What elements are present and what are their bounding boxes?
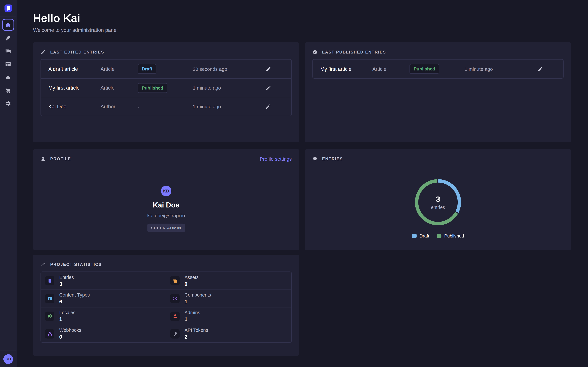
stat-label: Admins (185, 310, 200, 315)
sidebar-item-marketplace[interactable] (2, 84, 14, 96)
entry-title: A draft article (48, 66, 100, 72)
legend-item-published: Published (437, 233, 464, 238)
role-badge: SUPER ADMIN (147, 224, 185, 232)
sidebar-item-home[interactable] (2, 19, 14, 31)
stat-assets: Assets 0 (166, 272, 291, 290)
edit-entry-button[interactable] (263, 102, 273, 111)
pencil-icon (41, 50, 46, 55)
status-badge: Draft (138, 64, 156, 74)
stats-grid: Entries 3 Assets 0 Content-Types (41, 272, 292, 343)
entry-title: Kai Doe (48, 104, 100, 109)
project-statistics-panel: PROJECT STATISTICS Entries 3 Assets 0 (33, 255, 299, 356)
stat-label: Components (185, 292, 211, 298)
sidebar-nav (0, 17, 16, 110)
sidebar-item-content-type-builder[interactable] (2, 58, 14, 70)
entry-time: 20 seconds ago (193, 66, 263, 72)
edit-entry-button[interactable] (535, 64, 545, 74)
entry-title: My first article (48, 85, 100, 91)
molecule-icon (170, 294, 180, 303)
stat-value: 1 (59, 316, 76, 322)
stat-value: 0 (59, 334, 81, 340)
last-published-table: My first article Article Published 1 min… (312, 59, 564, 79)
last-edited-table: A draft article Article Draft 20 seconds… (41, 59, 292, 116)
user-avatar[interactable]: KD (3, 354, 13, 364)
page-title: Hello Kai (33, 12, 118, 25)
sidebar-item-content-manager[interactable] (2, 32, 14, 44)
home-icon (5, 22, 11, 28)
pencil-icon (265, 66, 271, 72)
key-icon (170, 329, 180, 338)
layout-icon (45, 294, 54, 303)
entry-time: 1 minute ago (465, 66, 535, 72)
webhook-icon (45, 329, 54, 338)
cart-icon (5, 87, 11, 93)
stat-content-types: Content-Types 6 (41, 290, 166, 307)
stat-locales: Locales 1 (41, 307, 166, 325)
profile-email: kai.doe@strapi.io (147, 213, 185, 218)
entry-type: Article (100, 85, 138, 91)
stat-value: 1 (185, 299, 211, 305)
entry-type: Article (372, 66, 409, 72)
sidebar-item-deploy[interactable] (2, 71, 14, 83)
stat-label: Webhooks (59, 328, 81, 333)
cloud-icon (5, 74, 11, 80)
status-badge: Published (138, 83, 167, 93)
entries-total: 3 (436, 195, 440, 204)
trend-up-icon (41, 262, 46, 267)
stat-value: 1 (185, 316, 200, 322)
panel-title: ENTRIES (322, 157, 343, 161)
gear-icon (5, 100, 11, 107)
puzzle-icon (312, 156, 318, 161)
strapi-logo-icon[interactable] (4, 4, 12, 12)
edit-entry-button[interactable] (263, 64, 273, 74)
person-icon (170, 311, 180, 321)
panel-title: PROFILE (50, 157, 71, 161)
legend-item-draft: Draft (412, 233, 429, 238)
table-row[interactable]: A draft article Article Draft 20 seconds… (41, 59, 291, 78)
stat-value: 6 (59, 299, 90, 305)
sidebar-item-settings[interactable] (2, 97, 14, 109)
stat-value: 0 (185, 281, 199, 287)
stat-value: 3 (59, 281, 74, 287)
table-row[interactable]: My first article Article Published 1 min… (313, 59, 563, 78)
table-row[interactable]: My first article Article Published 1 min… (41, 78, 291, 97)
table-row[interactable]: Kai Doe Author - 1 minute ago (41, 97, 291, 116)
stat-label: Content-Types (59, 292, 90, 298)
entries-total-label: entries (431, 205, 445, 210)
edit-entry-button[interactable] (263, 83, 273, 93)
last-edited-entries-panel: LAST EDITED ENTRIES A draft article Arti… (33, 42, 299, 142)
stat-label: Assets (185, 275, 199, 280)
layout-icon (5, 61, 11, 67)
entries-panel: ENTRIES 3 entries Draft (305, 149, 571, 250)
stat-label: Locales (59, 310, 76, 315)
panel-title: PROJECT STATISTICS (50, 262, 102, 267)
profile-name: Kai Doe (153, 201, 179, 209)
stat-api-tokens: API Tokens 2 (166, 325, 291, 342)
check-circle-icon (312, 50, 318, 55)
panel-title: LAST EDITED ENTRIES (50, 50, 104, 54)
stat-label: Entries (59, 275, 74, 280)
status-badge: Published (409, 64, 439, 74)
last-published-entries-panel: LAST PUBLISHED ENTRIES My first article … (305, 42, 571, 142)
person-icon (41, 156, 46, 161)
profile-avatar: KD (161, 186, 171, 196)
stat-entries: Entries 3 (41, 272, 166, 290)
feather-icon (5, 34, 11, 41)
pencil-icon (537, 66, 543, 72)
page-subtitle: Welcome to your administration panel (33, 27, 118, 33)
profile-settings-link[interactable]: Profile settings (260, 156, 292, 161)
pencil-icon (265, 85, 271, 91)
stat-admins: Admins 1 (166, 307, 291, 325)
panel-title: LAST PUBLISHED ENTRIES (322, 50, 386, 54)
sidebar: KD (0, 0, 17, 367)
entry-type: Article (100, 66, 138, 72)
images-icon (5, 48, 11, 54)
sidebar-item-media-library[interactable] (2, 45, 14, 57)
globe-icon (45, 311, 54, 321)
stat-components: Components 1 (166, 290, 291, 307)
published-swatch (437, 234, 441, 238)
page-header: Hello Kai Welcome to your administration… (33, 12, 118, 33)
stat-label: API Tokens (185, 328, 208, 333)
draft-swatch (412, 234, 416, 238)
logo-container (0, 0, 16, 17)
